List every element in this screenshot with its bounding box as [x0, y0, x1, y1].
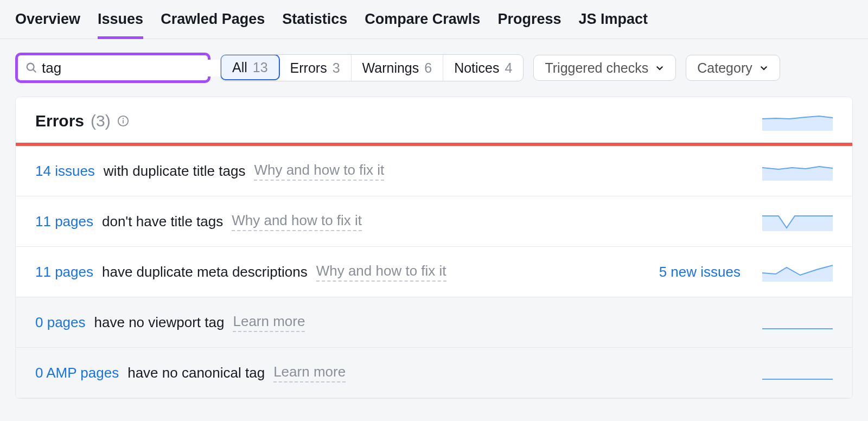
issue-help-link[interactable]: Why and how to fix it	[316, 263, 446, 282]
errors-header: Errors (3)	[16, 97, 852, 146]
svg-point-6	[123, 118, 124, 119]
filter-errors[interactable]: Errors3	[279, 55, 352, 81]
issue-row[interactable]: 0 pages have no viewport tagLearn more	[16, 297, 852, 348]
filter-label: Notices	[454, 60, 499, 76]
section-count: (3)	[91, 112, 111, 130]
info-icon[interactable]	[117, 115, 129, 127]
tab-compare-crawls[interactable]: Compare Crawls	[365, 11, 480, 39]
filter-count: 3	[333, 60, 340, 76]
issue-row[interactable]: 14 issues with duplicate title tagsWhy a…	[16, 146, 852, 196]
svg-line-1	[33, 69, 36, 73]
tab-crawled-pages[interactable]: Crawled Pages	[161, 11, 265, 39]
new-issues-badge[interactable]: 5 new issues	[659, 264, 741, 280]
issue-link[interactable]: 0 pages	[35, 314, 86, 331]
dropdown-label: Category	[697, 60, 752, 76]
sparkline	[762, 312, 833, 332]
triggered-checks-dropdown[interactable]: Triggered checks	[533, 55, 676, 81]
filter-segments: All13Errors3Warnings6Notices4	[220, 54, 524, 81]
sparkline	[762, 111, 833, 131]
issue-text: have no viewport tag	[94, 314, 225, 331]
issue-link[interactable]: 0 AMP pages	[35, 365, 119, 381]
filter-count: 6	[424, 60, 432, 76]
sparkline	[762, 212, 833, 231]
filter-label: Errors	[290, 60, 327, 76]
issue-text: don't have title tags	[102, 213, 223, 230]
issue-help-link[interactable]: Why and how to fix it	[254, 162, 384, 181]
issue-help-link[interactable]: Learn more	[273, 363, 346, 382]
tab-progress[interactable]: Progress	[497, 11, 561, 39]
issue-text: with duplicate title tags	[104, 163, 246, 180]
issue-text: have no canonical tag	[127, 365, 265, 381]
sparkline	[762, 161, 833, 181]
issue-help-link[interactable]: Learn more	[233, 313, 305, 332]
issue-row[interactable]: 11 pages don't have title tagsWhy and ho…	[16, 196, 852, 247]
issue-row[interactable]: 0 AMP pages have no canonical tagLearn m…	[16, 348, 852, 398]
filter-notices[interactable]: Notices4	[443, 55, 523, 81]
tab-overview[interactable]: Overview	[15, 11, 80, 39]
search-icon	[25, 62, 37, 74]
chevron-down-icon	[655, 63, 665, 73]
sparkline	[762, 262, 833, 282]
filter-all[interactable]: All13	[220, 54, 280, 80]
issue-link[interactable]: 11 pages	[35, 264, 93, 280]
sparkline	[762, 363, 833, 382]
toolbar: All13Errors3Warnings6Notices4 Triggered …	[0, 39, 868, 97]
search-input[interactable]	[37, 60, 222, 76]
tab-issues[interactable]: Issues	[98, 11, 143, 39]
search-field[interactable]	[15, 53, 210, 83]
filter-count: 13	[253, 60, 268, 75]
errors-panel: Errors (3) 14 issues with duplicate titl…	[15, 97, 853, 399]
issue-help-link[interactable]: Why and how to fix it	[232, 212, 362, 231]
issue-row[interactable]: 11 pages have duplicate meta description…	[16, 247, 852, 297]
filter-label: Warnings	[362, 60, 419, 76]
issue-link[interactable]: 14 issues	[35, 163, 95, 180]
issue-text: have duplicate meta descriptions	[102, 264, 308, 280]
filter-label: All	[232, 60, 247, 75]
filter-count: 4	[505, 60, 513, 76]
section-title: Errors	[35, 112, 84, 130]
dropdown-label: Triggered checks	[545, 60, 648, 76]
chevron-down-icon	[759, 63, 769, 73]
svg-point-0	[27, 63, 34, 71]
filter-warnings[interactable]: Warnings6	[352, 55, 444, 81]
issue-link[interactable]: 11 pages	[35, 213, 93, 230]
tab-js-impact[interactable]: JS Impact	[578, 11, 648, 39]
category-dropdown[interactable]: Category	[686, 55, 780, 81]
tab-statistics[interactable]: Statistics	[282, 11, 347, 39]
tabs: OverviewIssuesCrawled PagesStatisticsCom…	[0, 0, 868, 39]
